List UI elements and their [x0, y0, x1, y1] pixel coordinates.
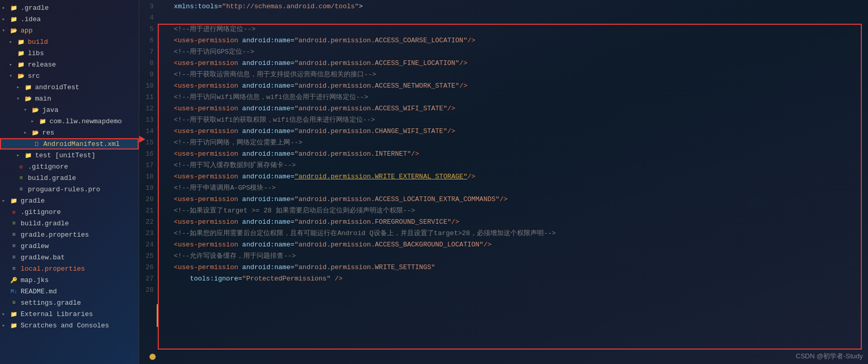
code-span: "android.permission.INTERNET" — [294, 148, 411, 160]
code-span: "android.permission.ACCESS_WIFI_STATE" — [294, 103, 447, 114]
folder-icon: 📂 — [31, 128, 40, 137]
folder-icon: 📁 — [9, 14, 19, 24]
code-span: "android.permission.ACCESS_BACKGROUND_LO… — [294, 239, 483, 251]
tree-item-build[interactable]: ▸ 📁 build — [0, 36, 139, 47]
tree-label: gradlew.bat — [21, 254, 65, 261]
tree-item-gradle[interactable]: ▸ 📁 .gradle — [0, 2, 139, 13]
tree-item-com[interactable]: ▸ 📁 com.llw.newmapdemo — [0, 115, 139, 127]
tree-item-external-libs[interactable]: ▸ 📁 External Libraries — [0, 308, 139, 320]
tree-item-gradle-root[interactable]: ▸ 📁 gradle — [0, 195, 139, 206]
tree-item-gradle-properties[interactable]: ▸ ≡ gradle.properties — [0, 229, 139, 240]
tree-item-test[interactable]: ▸ 📁 test [unitTest] — [0, 150, 139, 161]
tree-label: External Libraries — [21, 310, 93, 318]
code-span: xmlns:tools — [158, 1, 218, 12]
tree-label: map.jks — [21, 276, 49, 284]
tree-label: src — [28, 72, 40, 80]
red-arrow — [139, 135, 145, 143]
tree-label: res — [42, 129, 54, 137]
code-line-20: <uses-permission android:name="android.p… — [158, 194, 868, 205]
folder-icon: 📂 — [31, 105, 40, 114]
code-span: = — [290, 194, 294, 205]
tree-item-settings-gradle[interactable]: ▸ ≡ settings.gradle — [0, 297, 139, 308]
code-line-27: tools:ignore="ProtectedPermissions" /> — [158, 273, 868, 285]
code-span: = — [290, 126, 294, 137]
tree-item-androidtest[interactable]: ▸ 📁 androidTest — [0, 81, 139, 93]
code-line-5: <!--用于进行网络定位--> — [158, 24, 868, 35]
folder-icon: 📁 — [9, 309, 19, 319]
code-line-24: <uses-permission android:name="android.p… — [158, 239, 868, 251]
code-span: android:name — [242, 126, 291, 137]
tree-item-proguard[interactable]: ▸ ≡ proguard-rules.pro — [0, 184, 139, 195]
tree-item-gradlew[interactable]: ▸ ≡ gradlew — [0, 240, 139, 252]
code-line-12: <uses-permission android:name="android.p… — [158, 103, 868, 114]
tree-item-gitignore-root[interactable]: ▸ ⊘ .gitignore — [0, 206, 139, 218]
file-icon: 🔑 — [9, 275, 19, 285]
tree-label: app — [21, 27, 32, 35]
arrow-icon: ▸ — [9, 39, 16, 45]
code-line-22: <uses-permission android:name="android.p… — [158, 217, 868, 228]
tree-label: build.gradle — [21, 220, 69, 227]
tree-item-buildgradle-root[interactable]: ▸ ≡ build.gradle — [0, 218, 139, 229]
code-line-23: <!--如果您的应用需要后台定位权限，且有可能运行在Android Q设备上，并… — [158, 228, 868, 239]
tree-item-src[interactable]: ▾ 📂 src — [0, 70, 139, 81]
arrow-icon: ▸ — [16, 84, 24, 90]
code-span: = — [290, 171, 294, 183]
code-span: "http://schemas.android.com/tools" — [222, 1, 359, 12]
code-span: android:name — [242, 58, 291, 69]
tree-label: gradle — [21, 197, 45, 205]
arrow-icon: ▾ — [9, 73, 16, 79]
code-span: <uses-permission — [158, 171, 242, 183]
tree-item-mapjks[interactable]: ▸ 🔑 map.jks — [0, 274, 139, 286]
tree-item-app[interactable]: ▾ 📂 app — [0, 25, 139, 36]
tree-item-res[interactable]: ▸ 📂 res — [0, 127, 139, 138]
tree-item-libs[interactable]: ▸ 📁 libs — [0, 47, 139, 59]
code-span: /> — [411, 148, 420, 160]
folder-icon: 📁 — [16, 60, 26, 69]
code-span: "android.permission.FOREGROUND_SERVICE" — [294, 217, 451, 228]
tree-label: proguard-rules.pro — [28, 186, 100, 193]
tree-label: settings.gradle — [21, 299, 81, 307]
tree-label: .gitignore — [28, 163, 68, 171]
code-span: <uses-permission — [158, 262, 242, 273]
code-line-6: <uses-permission android:name="android.p… — [158, 35, 868, 46]
folder-icon: 📁 — [9, 321, 19, 330]
code-span: <uses-permission — [158, 148, 242, 160]
file-icon: ≡ — [16, 185, 26, 194]
tree-item-java[interactable]: ▾ 📂 java — [0, 104, 139, 115]
folder-icon: 📁 — [24, 82, 33, 92]
code-span: /> — [452, 217, 460, 228]
code-span: <!--用于访问网络，网络定位需要上网--> — [158, 137, 303, 148]
tree-label: androidTest — [35, 84, 79, 91]
tree-item-local-properties[interactable]: ▸ ≡ local.properties — [0, 263, 139, 274]
code-span: <!--如果设置了target >= 28 如果需要启动后台定位则必须声明这个权… — [158, 205, 415, 217]
tree-item-scratches[interactable]: ▸ 📁 Scratches and Consoles — [0, 320, 139, 331]
code-line-26: <uses-permission android:name="android.p… — [158, 262, 868, 273]
folder-icon: 📁 — [9, 3, 19, 12]
code-content: xmlns:tools="http://schemas.android.com/… — [158, 0, 868, 364]
tree-label: AndroidManifest.xml — [43, 140, 120, 148]
arrow-icon: ▸ — [2, 5, 9, 11]
tree-item-readme[interactable]: ▸ M↓ README.md — [0, 286, 139, 297]
code-span: "android.permission.ACCESS_FINE_LOCATION… — [294, 58, 459, 69]
tree-item-gradlew-bat[interactable]: ▸ ≡ gradlew.bat — [0, 252, 139, 263]
file-icon: ≡ — [9, 230, 19, 239]
tree-item-idea[interactable]: ▸ 📁 .idea — [0, 13, 139, 25]
code-line-28 — [158, 285, 868, 296]
code-span: android:name — [242, 194, 291, 205]
tree-item-manifest[interactable]: ▸ 🗋 AndroidManifest.xml — [0, 138, 139, 150]
code-span: = — [290, 35, 294, 46]
editor-inner: 3 4 5 6 7 8 9 10 11 12 13 14 15 16 17 18… — [139, 0, 868, 364]
gradle-icon: ≡ — [16, 173, 26, 183]
tree-item-main[interactable]: ▾ 📂 main — [0, 93, 139, 104]
code-span: <uses-permission — [158, 58, 242, 69]
code-line-21: <!--如果设置了target >= 28 如果需要启动后台定位则必须声明这个权… — [158, 205, 868, 217]
code-span: /> — [459, 58, 468, 69]
code-span: android:name — [242, 262, 291, 273]
code-line-10: <uses-permission android:name="android.p… — [158, 80, 868, 92]
file-icon: ≡ — [9, 264, 19, 273]
tree-item-gitignore-app[interactable]: ▸ ⊘ .gitignore — [0, 161, 139, 172]
tree-item-buildgradle-app[interactable]: ▸ ≡ build.gradle — [0, 172, 139, 184]
tree-item-release[interactable]: ▸ 📁 release — [0, 59, 139, 70]
code-span: <!--用于写入缓存数据到扩展存储卡--> — [158, 160, 296, 171]
code-span: /> — [459, 80, 468, 92]
